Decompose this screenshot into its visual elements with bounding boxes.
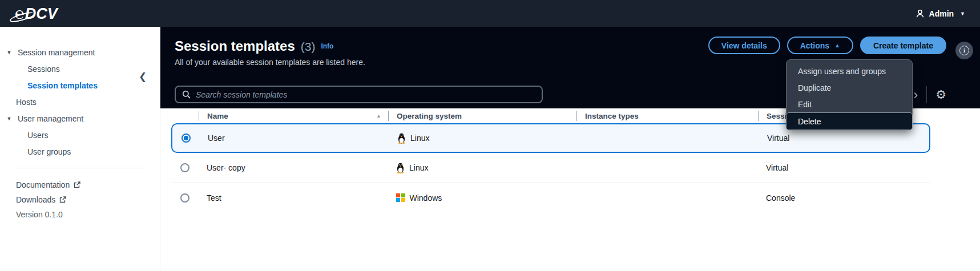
- os-label: Linux: [409, 163, 428, 172]
- sidebar-item-user-groups[interactable]: User groups: [0, 143, 160, 160]
- next-page-icon[interactable]: ›: [913, 87, 918, 103]
- linux-icon: [396, 163, 405, 173]
- sort-ascending-icon[interactable]: ▲: [376, 113, 381, 119]
- windows-icon: [396, 193, 405, 203]
- button-label: View details: [721, 41, 767, 50]
- link-label: Documentation: [16, 180, 70, 189]
- link-label: Downloads: [16, 195, 55, 204]
- linux-icon: [397, 133, 406, 144]
- menu-item-label: Assign users and groups: [798, 67, 886, 76]
- menu-item-assign-users-and-groups[interactable]: Assign users and groups: [787, 63, 912, 79]
- documentation-link[interactable]: Documentation: [0, 177, 160, 192]
- menu-item-label: Duplicate: [798, 83, 831, 92]
- sidebar-item-label: Hosts: [16, 98, 37, 107]
- item-count-badge: (3): [301, 40, 316, 54]
- menu-item-label: Delete: [798, 117, 821, 126]
- user-icon: [916, 9, 925, 18]
- external-link-icon: [59, 196, 66, 203]
- cell-name: User- copy: [199, 163, 388, 172]
- toolbar-divider: [926, 86, 927, 103]
- sidebar-item-label: Session templates: [27, 81, 98, 90]
- cell-operating-system: Windows: [388, 193, 576, 203]
- page-title: Session templates: [175, 38, 295, 54]
- cell-session-type: Console: [758, 193, 930, 203]
- row-radio[interactable]: [180, 163, 189, 172]
- os-label: Windows: [410, 193, 442, 203]
- session-templates-table: Name ▲ Operating system Instance types S…: [160, 108, 980, 271]
- page-description: All of your available session templates …: [175, 58, 365, 67]
- cell-session-type: Virtual: [758, 163, 930, 172]
- info-panel-toggle-button[interactable]: i: [955, 42, 973, 59]
- table-row[interactable]: Test Windows Console: [171, 183, 930, 212]
- actions-button[interactable]: Actions ▲: [787, 37, 853, 54]
- info-link[interactable]: Info: [321, 42, 333, 50]
- sidebar-collapse-icon[interactable]: ❮: [137, 71, 148, 83]
- header-action-buttons: View details Actions ▲ Create template: [708, 37, 946, 54]
- user-label: Admin: [929, 9, 954, 18]
- menu-item-edit[interactable]: Edit: [787, 96, 912, 112]
- view-details-button[interactable]: View details: [708, 37, 780, 54]
- dcv-logo[interactable]: ℮ DCV: [15, 6, 58, 22]
- button-label: Actions: [800, 41, 829, 50]
- row-radio-selected[interactable]: [182, 134, 191, 143]
- chevron-down-icon: ▼: [960, 11, 965, 17]
- cell-session-type: Virtual: [759, 134, 929, 143]
- external-link-icon: [74, 181, 80, 188]
- section-label: User management: [18, 114, 83, 123]
- section-expand-icon[interactable]: ▼: [6, 50, 13, 55]
- search-input[interactable]: [196, 90, 535, 99]
- menu-item-delete[interactable]: Delete: [786, 112, 913, 130]
- row-radio[interactable]: [180, 193, 189, 203]
- cell-operating-system: Linux: [389, 133, 578, 144]
- table-row[interactable]: User- copy Linux Virtual: [171, 153, 930, 183]
- sidebar-item-sessions[interactable]: Sessions: [0, 60, 160, 77]
- chevron-up-icon: ▲: [834, 42, 840, 48]
- section-label: Session management: [18, 48, 95, 57]
- user-account-menu[interactable]: Admin ▼: [916, 9, 965, 18]
- column-header-operating-system[interactable]: Operating system: [388, 111, 576, 121]
- column-label: Name: [207, 112, 228, 120]
- search-icon: [182, 90, 191, 99]
- sidebar-section-user-management[interactable]: ▼ User management: [0, 110, 160, 127]
- create-template-button[interactable]: Create template: [860, 37, 946, 54]
- sidebar-item-label: User groups: [27, 147, 71, 156]
- menu-item-label: Edit: [798, 100, 812, 109]
- column-header-instance-types[interactable]: Instance types: [576, 111, 758, 121]
- selection-column-header: [171, 111, 199, 121]
- search-box: [175, 86, 543, 103]
- gear-icon[interactable]: ⚙: [935, 87, 946, 103]
- cell-operating-system: Linux: [388, 163, 576, 173]
- column-label: Operating system: [397, 112, 462, 120]
- actions-dropdown-menu: Assign users and groups Duplicate Edit D…: [786, 59, 913, 130]
- column-label: Instance types: [585, 112, 639, 120]
- info-icon: i: [959, 46, 969, 55]
- sidebar-item-users[interactable]: Users: [0, 127, 160, 143]
- downloads-link[interactable]: Downloads: [0, 192, 160, 207]
- sidebar-section-session-management[interactable]: ▼ Session management: [0, 44, 160, 60]
- top-navigation-bar: ℮ DCV Admin ▼: [0, 0, 980, 27]
- column-header-name[interactable]: Name ▲: [199, 111, 388, 121]
- menu-item-duplicate[interactable]: Duplicate: [787, 79, 912, 96]
- version-label: Version 0.1.0: [0, 207, 160, 222]
- sidebar-item-label: Users: [27, 131, 49, 140]
- cell-name: Test: [199, 193, 388, 203]
- section-expand-icon[interactable]: ▼: [6, 116, 13, 122]
- button-label: Create template: [873, 41, 933, 50]
- side-navigation: ❮ ▼ Session management Sessions Session …: [0, 27, 160, 271]
- sidebar-item-hosts[interactable]: Hosts: [0, 94, 160, 110]
- table-toolbar-icons: › ⚙: [913, 86, 946, 103]
- sidebar-item-session-templates[interactable]: Session templates: [0, 77, 160, 94]
- cell-name: User: [200, 134, 389, 143]
- sidebar-divider: [14, 168, 146, 168]
- os-label: Linux: [410, 134, 429, 143]
- sidebar-item-label: Sessions: [27, 64, 60, 74]
